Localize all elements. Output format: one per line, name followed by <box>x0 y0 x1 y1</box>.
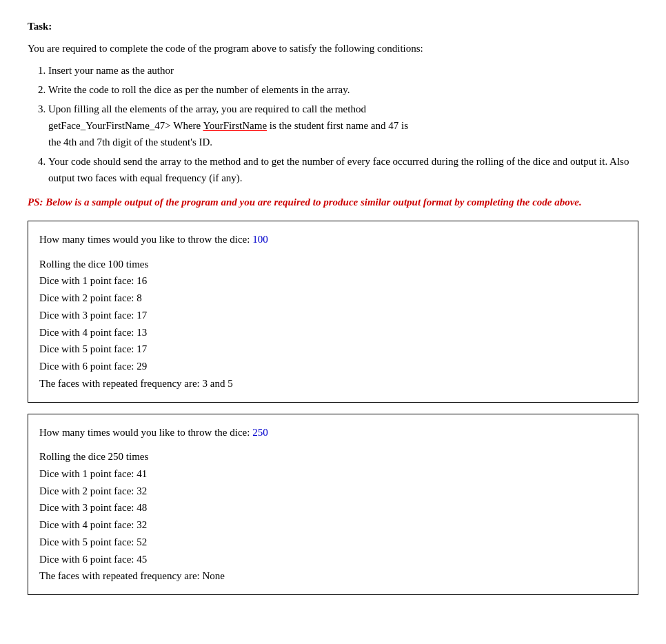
task-item-1: Insert your name as the author <box>48 62 638 79</box>
output-line-1-2: Dice with 2 point face: 8 <box>39 290 627 307</box>
output-line-2-6: Dice with 6 point face: 45 <box>39 551 627 568</box>
prompt-text-1: How many times would you like to throw t… <box>39 234 252 245</box>
task-label: Task: <box>28 21 638 32</box>
output-line-1-7: The faces with repeated frequency are: 3… <box>39 375 627 392</box>
output-line-2-0: Rolling the dice 250 times <box>39 448 627 465</box>
output-line-1-3: Dice with 3 point face: 17 <box>39 307 627 324</box>
output-line-1-5: Dice with 5 point face: 17 <box>39 341 627 358</box>
prompt-line-1: How many times would you like to throw t… <box>39 231 627 249</box>
output-box-1: How many times would you like to throw t… <box>28 221 638 403</box>
output-line-2-7: The faces with repeated frequency are: N… <box>39 567 627 585</box>
output-line-2-4: Dice with 4 point face: 32 <box>39 516 627 534</box>
output-line-2-5: Dice with 5 point face: 52 <box>39 534 627 551</box>
prompt-number-1: 100 <box>252 234 268 245</box>
output-line-1-4: Dice with 4 point face: 13 <box>39 324 627 341</box>
task-item-2: Write the code to roll the dice as per t… <box>48 81 638 98</box>
output-line-1-0: Rolling the dice 100 times <box>39 256 627 273</box>
output-box-2: How many times would you like to throw t… <box>28 414 638 596</box>
ps-text: PS: Below is a sample output of the prog… <box>28 194 638 210</box>
intro-text: You are required to complete the code of… <box>28 41 638 57</box>
your-firstname-underline: YourFirstName <box>203 120 267 131</box>
output-line-2-2: Dice with 2 point face: 32 <box>39 483 627 500</box>
task-item-4: Your code should send the array to the m… <box>48 153 638 186</box>
prompt-number-2: 250 <box>252 427 268 438</box>
prompt-line-2: How many times would you like to throw t… <box>39 424 627 442</box>
output-line-2-1: Dice with 1 point face: 41 <box>39 465 627 483</box>
prompt-text-2: How many times would you like to throw t… <box>39 427 252 438</box>
output-line-1-1: Dice with 1 point face: 16 <box>39 272 627 290</box>
output-line-2-3: Dice with 3 point face: 48 <box>39 499 627 516</box>
output-line-1-6: Dice with 6 point face: 29 <box>39 358 627 375</box>
output-lines-1: Rolling the dice 100 times Dice with 1 p… <box>39 256 627 392</box>
task-item-3: Upon filling all the elements of the arr… <box>48 101 638 150</box>
task-list: Insert your name as the author Write the… <box>48 62 638 186</box>
output-lines-2: Rolling the dice 250 times Dice with 1 p… <box>39 448 627 585</box>
